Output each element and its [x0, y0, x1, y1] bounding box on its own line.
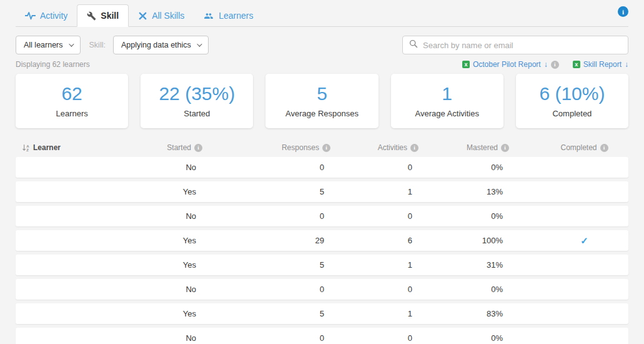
- tab-all-skills[interactable]: All Skills: [129, 5, 194, 26]
- cell-responses: 29: [202, 236, 330, 245]
- stat-value: 1: [391, 83, 503, 104]
- column-label: Mastered: [467, 143, 498, 152]
- meta-row: Displaying 62 learners October Pilot Rep…: [16, 60, 628, 69]
- cell-activities: 1: [330, 260, 419, 270]
- completed-check-icon: [580, 235, 588, 246]
- activity-pulse-icon: [25, 11, 36, 20]
- table-row[interactable]: Yes5183%: [16, 303, 628, 324]
- page-info-icon[interactable]: [618, 6, 628, 17]
- tab-learners[interactable]: Learners: [194, 5, 262, 26]
- stat-label: Completed: [516, 109, 628, 118]
- wrench-icon: [87, 11, 96, 21]
- people-icon: [203, 11, 214, 21]
- tab-label: Skill: [101, 11, 119, 21]
- table-row[interactable]: No000%: [16, 206, 628, 226]
- search-icon: [409, 39, 418, 51]
- search-input[interactable]: [423, 41, 622, 50]
- info-icon[interactable]: [551, 61, 559, 69]
- stat-value: 5: [265, 83, 378, 104]
- report-links: October Pilot Report Skill Report: [462, 60, 628, 69]
- table-row[interactable]: No000%: [16, 279, 628, 300]
- tab-skill[interactable]: Skill: [77, 4, 129, 27]
- column-label: Started: [167, 143, 191, 152]
- column-header-mastered: Mastered: [419, 143, 509, 152]
- cell-responses: 0: [202, 285, 330, 294]
- cell-responses: 5: [202, 187, 330, 196]
- search-box[interactable]: [402, 36, 628, 54]
- chevron-down-icon: [197, 41, 202, 46]
- column-header-learner[interactable]: AZLearner: [16, 143, 159, 152]
- column-header-responses: Responses: [202, 143, 330, 152]
- stat-value: 62: [16, 83, 128, 104]
- cell-responses: 0: [202, 163, 330, 172]
- stat-card: 5Average Responses: [265, 74, 378, 128]
- table-header: AZLearnerStartedResponsesActivitiesMaste…: [16, 139, 628, 157]
- cell-activities: 0: [330, 163, 419, 172]
- learners-filter-value: All learners: [24, 41, 63, 49]
- stat-card: 22 (35%)Started: [141, 74, 253, 128]
- column-header-started: Started: [159, 143, 202, 152]
- column-header-completed: Completed: [509, 143, 628, 152]
- table-row[interactable]: No000%: [16, 328, 628, 344]
- stat-card: 6 (10%)Completed: [516, 74, 628, 128]
- report-label: Skill Report: [583, 60, 622, 69]
- tab-bar: Activity Skill All Skills Learners: [16, 0, 628, 27]
- cell-started: Yes: [159, 236, 202, 245]
- info-icon[interactable]: [600, 144, 608, 152]
- cell-activities: 1: [330, 187, 419, 196]
- column-label: Completed: [560, 143, 597, 152]
- learners-filter-dropdown[interactable]: All learners: [16, 36, 81, 54]
- crossed-tools-icon: [138, 11, 147, 21]
- cell-started: No: [159, 285, 202, 294]
- cell-started: No: [159, 333, 202, 343]
- cell-started: Yes: [159, 187, 202, 196]
- october-pilot-report-link[interactable]: October Pilot Report: [462, 60, 559, 69]
- tab-label: All Skills: [152, 11, 184, 21]
- stat-value: 6 (10%): [516, 83, 628, 104]
- filter-row: All learners Skill: Applying data ethics: [16, 36, 628, 54]
- info-icon[interactable]: [410, 144, 419, 152]
- skill-dashboard-page: Activity Skill All Skills Learners All l…: [16, 0, 628, 344]
- info-icon[interactable]: [501, 144, 509, 152]
- table-row[interactable]: Yes5131%: [16, 255, 628, 275]
- skill-filter-dropdown[interactable]: Applying data ethics: [113, 36, 209, 54]
- column-header-activities: Activities: [330, 143, 419, 152]
- learner-table: No000%Yes5113%No000%Yes296100%Yes5131%No…: [16, 157, 628, 344]
- cell-started: Yes: [159, 309, 202, 318]
- cell-activities: 0: [330, 333, 419, 343]
- cell-mastered: 0%: [419, 211, 509, 221]
- cell-mastered: 13%: [419, 187, 509, 196]
- stat-value: 22 (35%): [141, 83, 253, 104]
- table-row[interactable]: No000%: [16, 157, 628, 178]
- cell-mastered: 0%: [419, 285, 509, 294]
- cell-responses: 0: [202, 333, 330, 343]
- report-label: October Pilot Report: [473, 60, 541, 69]
- cell-mastered: 100%: [419, 236, 509, 245]
- cell-mastered: 31%: [419, 260, 509, 270]
- cell-responses: 5: [202, 260, 330, 270]
- cell-responses: 5: [202, 309, 330, 318]
- skill-filter-value: Applying data ethics: [121, 41, 191, 49]
- info-icon[interactable]: [194, 144, 202, 152]
- cell-activities: 1: [330, 309, 419, 318]
- chevron-down-icon: [69, 41, 74, 46]
- skill-report-link[interactable]: Skill Report: [573, 60, 628, 69]
- table-row[interactable]: Yes5113%: [16, 181, 628, 202]
- cell-activities: 6: [330, 236, 419, 245]
- cell-mastered: 83%: [419, 309, 509, 318]
- stat-card: 62Learners: [16, 74, 128, 128]
- download-icon: [544, 60, 548, 69]
- cell-mastered: 0%: [419, 333, 509, 343]
- tab-activity[interactable]: Activity: [16, 5, 77, 26]
- table-row[interactable]: Yes296100%: [16, 230, 628, 251]
- stats-row: 62Learners22 (35%)Started5Average Respon…: [16, 74, 628, 128]
- column-label: Responses: [282, 143, 319, 152]
- info-icon[interactable]: [322, 144, 330, 152]
- excel-file-icon: [462, 61, 470, 68]
- svg-text:Z: Z: [26, 148, 29, 152]
- download-icon: [625, 60, 628, 69]
- column-label: Learner: [33, 143, 61, 152]
- skill-filter-label: Skill:: [89, 41, 106, 49]
- stat-label: Started: [141, 109, 253, 118]
- cell-activities: 0: [330, 211, 419, 221]
